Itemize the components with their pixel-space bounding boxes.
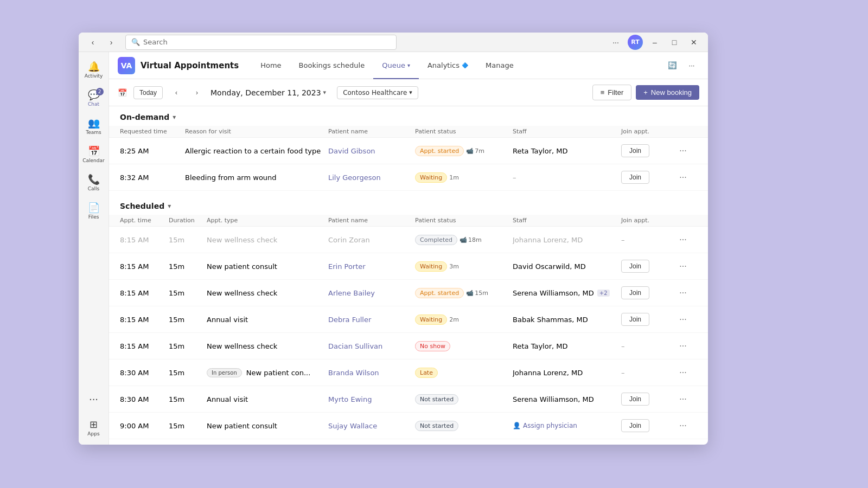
desktop: ‹ › 🔍 Search ··· RT – □ ✕ 🔔 Activity — [0, 0, 868, 488]
cell-staff: Babak Shammas, MD — [513, 316, 621, 324]
cell-appt-time: 8:15 AM — [120, 289, 169, 297]
sidebar-label-chat: Chat — [88, 101, 99, 107]
back-button[interactable]: ‹ — [85, 35, 100, 50]
more-button[interactable]: ··· — [675, 143, 691, 158]
status-badge: Completed — [415, 235, 457, 245]
more-button[interactable]: ··· — [675, 338, 691, 354]
today-button[interactable]: Today — [133, 86, 163, 99]
forward-button[interactable]: › — [104, 35, 119, 50]
more-button[interactable]: ··· — [675, 418, 691, 433]
minimize-button[interactable]: – — [647, 35, 662, 50]
maximize-button[interactable]: □ — [667, 35, 682, 50]
cell-appt-type: New patient consult — [207, 422, 328, 430]
sidebar-item-apps[interactable]: ⊞ Apps — [81, 414, 107, 440]
timer: 2m — [449, 316, 459, 323]
cell-patient: Debra Fuller — [328, 316, 415, 324]
col-duration: Duration — [169, 217, 207, 224]
more-button[interactable]: ··· — [675, 312, 691, 327]
patient-link[interactable]: Branda Wilson — [328, 369, 379, 377]
cell-join: – — [621, 342, 675, 350]
status-badge: Late — [415, 368, 438, 378]
refresh-button[interactable]: 🔄 — [665, 58, 680, 73]
patient-link[interactable]: Debra Fuller — [328, 316, 371, 324]
header-more-button[interactable]: ··· — [684, 58, 699, 73]
cell-more: ··· — [675, 365, 697, 380]
prev-date-button[interactable]: ‹ — [169, 86, 183, 100]
cell-more: ··· — [675, 232, 697, 247]
more-button[interactable]: ··· — [675, 259, 691, 274]
patient-link[interactable]: Sujay Wallace — [328, 422, 377, 430]
next-date-button[interactable]: › — [190, 86, 204, 100]
more-button[interactable]: ··· — [675, 365, 691, 380]
cell-patient: Corin Zoran — [328, 236, 415, 244]
patient-link[interactable]: Lily Georgeson — [328, 174, 381, 182]
cell-join: Join — [621, 313, 675, 326]
avatar: RT — [628, 35, 643, 50]
patient-link[interactable]: Erin Porter — [328, 262, 366, 271]
timer: 📹 18m — [459, 236, 482, 243]
tab-manage[interactable]: Manage — [477, 52, 522, 79]
join-button[interactable]: Join — [621, 393, 649, 406]
join-button[interactable]: Join — [621, 260, 649, 273]
join-button[interactable]: Join — [621, 313, 649, 326]
files-icon: 📄 — [88, 202, 100, 213]
cell-status: Not started — [415, 421, 513, 431]
tab-analytics[interactable]: Analytics 🔷 — [419, 52, 477, 79]
patient-link[interactable]: Myrto Ewing — [328, 395, 372, 403]
cell-join: Join — [621, 171, 675, 184]
more-button[interactable]: ··· — [675, 391, 691, 407]
cell-appt-time: 8:30 AM — [120, 369, 169, 377]
sidebar-item-teams[interactable]: 👥 Teams — [81, 113, 107, 139]
sidebar-label-files: Files — [88, 214, 99, 220]
more-button[interactable]: ··· — [675, 232, 691, 247]
org-selector[interactable]: Contoso Healthcare ▾ — [337, 86, 418, 99]
status-badge: Waiting — [415, 314, 447, 325]
patient-link[interactable]: Arlene Bailey — [328, 289, 375, 297]
on-demand-chevron-icon: ▾ — [173, 113, 176, 121]
sidebar-item-more[interactable]: ··· — [81, 386, 107, 412]
cell-appt-time: 8:30 AM — [120, 395, 169, 403]
calls-icon: 📞 — [88, 174, 100, 185]
more-options-button[interactable]: ··· — [608, 35, 623, 50]
sidebar: 🔔 Activity 💬 Chat 2 👥 Teams 📅 Calendar — [79, 52, 109, 445]
cell-duration: 15m — [169, 236, 207, 244]
join-button[interactable]: Join — [621, 144, 649, 157]
status-badge: No show — [415, 341, 450, 351]
table-area: On-demand ▾ Requested time Reason for vi… — [109, 106, 708, 445]
status-badge: Appt. started — [415, 146, 464, 156]
date-label[interactable]: Monday, December 11, 2023 ▾ — [210, 88, 326, 97]
patient-link[interactable]: David Gibson — [328, 147, 375, 155]
close-button[interactable]: ✕ — [686, 35, 701, 50]
sidebar-item-files[interactable]: 📄 Files — [81, 197, 107, 223]
sidebar-item-calendar[interactable]: 📅 Calendar — [81, 141, 107, 167]
app-logo: VA — [118, 57, 135, 74]
cell-patient: Branda Wilson — [328, 369, 415, 377]
sidebar-item-calls[interactable]: 📞 Calls — [81, 169, 107, 195]
cell-patient: Lily Georgeson — [328, 174, 415, 182]
on-demand-header[interactable]: On-demand ▾ — [109, 106, 708, 126]
col-appt-type: Appt. type — [207, 217, 328, 224]
new-booking-button[interactable]: + New booking — [636, 85, 699, 100]
sidebar-item-activity[interactable]: 🔔 Activity — [81, 56, 107, 82]
more-button[interactable]: ··· — [675, 285, 691, 300]
join-button[interactable]: Join — [621, 419, 649, 432]
tab-home[interactable]: Home — [252, 52, 290, 79]
assign-physician-button[interactable]: 👤 Assign physician — [513, 422, 577, 429]
scheduled-header[interactable]: Scheduled ▾ — [109, 195, 708, 215]
cell-reason: Allergic reaction to a certain food type — [185, 147, 328, 155]
join-button[interactable]: Join — [621, 286, 649, 299]
nav-tabs: Home Bookings schedule Queue ▾ Analytics… — [252, 52, 522, 79]
filter-button[interactable]: ≡ Filter — [592, 85, 631, 100]
tab-bookings-schedule[interactable]: Bookings schedule — [290, 52, 374, 79]
patient-link[interactable]: Dacian Sullivan — [328, 342, 382, 350]
more-button[interactable]: ··· — [675, 170, 691, 185]
on-demand-col-headers: Requested time Reason for visit Patient … — [109, 126, 708, 138]
sidebar-label-calls: Calls — [88, 186, 100, 191]
chat-badge: 2 — [96, 88, 104, 95]
join-button[interactable]: Join — [621, 171, 649, 184]
search-bar[interactable]: 🔍 Search — [125, 35, 397, 50]
tab-queue[interactable]: Queue ▾ — [373, 52, 419, 79]
cell-staff: 👤 Assign physician — [513, 422, 621, 429]
sidebar-item-chat[interactable]: 💬 Chat 2 — [81, 85, 107, 111]
cell-more: ··· — [675, 391, 697, 407]
